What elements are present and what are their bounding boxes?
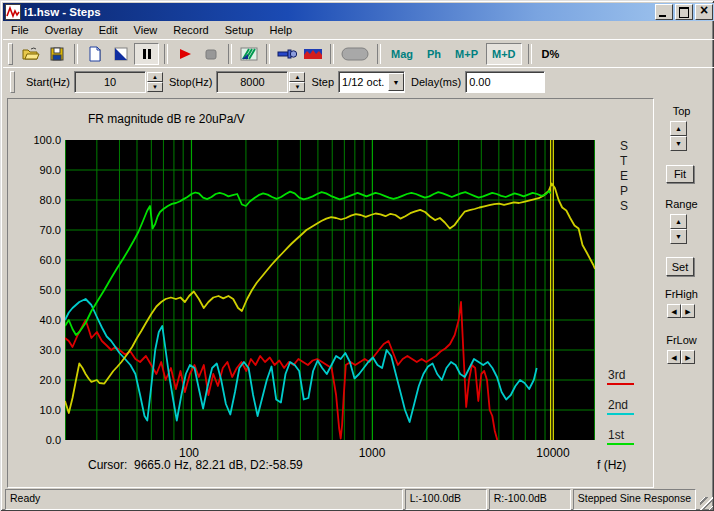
top-label: Top	[652, 105, 711, 117]
y-tick-50: 50.0	[11, 284, 61, 296]
x-axis-unit-label: f (Hz)	[597, 458, 626, 472]
toolbar-separator	[528, 44, 532, 64]
x-tick-10000: 10000	[523, 446, 583, 460]
toolbar-grip	[10, 71, 15, 93]
new-document-icon	[87, 46, 103, 62]
parameter-toolbar: Start(Hz) Stop(Hz) Step 1/12 oct. Delay(…	[3, 67, 714, 96]
range-label: Range	[652, 198, 711, 210]
open-button[interactable]	[18, 43, 43, 65]
oval-button[interactable]	[338, 43, 372, 65]
legend-2nd-label: 2nd	[608, 398, 628, 412]
start-hz-stepper	[147, 72, 163, 92]
cursor-readout: Cursor: 9665.0 Hz, 82.21 dB, D2:-58.59	[88, 458, 303, 472]
frlow-right-icon[interactable]	[681, 350, 695, 364]
analyzer-button[interactable]	[236, 43, 261, 65]
mode-md-button[interactable]: M+D	[486, 43, 522, 65]
mode-mag-button[interactable]: Mag	[385, 43, 419, 65]
steps-logo-letter: S	[620, 139, 628, 153]
resize-grip[interactable]	[700, 497, 713, 510]
frhigh-left-icon[interactable]	[667, 304, 681, 318]
toolbar-separator	[228, 44, 232, 64]
start-hz-label: Start(Hz)	[26, 76, 70, 88]
y-tick-70: 70.0	[11, 224, 61, 236]
oval-icon	[341, 46, 369, 62]
toolbar-grip	[8, 43, 13, 65]
stop-hz-up-icon[interactable]	[289, 72, 305, 82]
open-folder-icon	[22, 46, 40, 62]
frhigh-stepper	[667, 304, 695, 318]
delay-field[interactable]	[465, 71, 545, 93]
mode-indicator: Stepped Sine Response	[573, 489, 696, 510]
legend-1st-swatch	[607, 443, 634, 445]
y-tick-20: 20.0	[11, 374, 61, 386]
frlow-label: FrLow	[652, 334, 711, 346]
toolbar-separator	[330, 44, 334, 64]
top-down-icon[interactable]	[670, 136, 687, 151]
y-tick-80: 80.0	[11, 194, 61, 206]
generator-button[interactable]	[274, 43, 299, 65]
legend-3rd-swatch	[607, 383, 634, 385]
start-hz-down-icon[interactable]	[147, 82, 163, 92]
top-up-icon[interactable]	[670, 121, 687, 136]
start-hz-field[interactable]	[74, 71, 146, 93]
chevron-down-icon[interactable]	[388, 73, 404, 91]
chart-area: FR magnitude dB re 20uPa/V 100.0 90.0 80…	[7, 98, 654, 488]
fit-button[interactable]: Fit	[666, 165, 694, 183]
steps-logo-letter: S	[620, 199, 628, 213]
mode-ph-button[interactable]: Ph	[421, 43, 447, 65]
y-tick-40: 40.0	[11, 314, 61, 326]
menu-view[interactable]: View	[126, 22, 166, 38]
range-down-icon[interactable]	[670, 229, 687, 244]
menu-bar: File Overlay Edit View Record Setup Help	[3, 21, 711, 39]
x-tick-1000: 1000	[342, 446, 402, 460]
menu-help[interactable]: Help	[261, 22, 300, 38]
y-tick-0: 0.0	[11, 434, 61, 446]
y-tick-30: 30.0	[11, 344, 61, 356]
invert-button[interactable]	[108, 43, 133, 65]
generator-mic-icon	[277, 46, 297, 62]
toolbar-separator	[377, 44, 381, 64]
title-bar[interactable]: i1.hsw - Steps	[3, 3, 714, 21]
stop-hz-field[interactable]	[216, 71, 288, 93]
right-level-indicator: R:-100.0dB	[489, 489, 571, 510]
pause-icon	[139, 46, 155, 62]
close-button[interactable]	[695, 4, 713, 20]
stop-hz-stepper	[289, 72, 305, 92]
plot-canvas[interactable]	[65, 140, 595, 440]
frhigh-right-icon[interactable]	[681, 304, 695, 318]
spectrum-button[interactable]	[300, 43, 325, 65]
range-stepper	[670, 214, 687, 244]
set-button[interactable]: Set	[666, 257, 694, 276]
menu-file[interactable]: File	[3, 22, 37, 38]
menu-record[interactable]: Record	[165, 22, 216, 38]
minimize-button[interactable]	[655, 4, 673, 20]
app-window: i1.hsw - Steps File Overlay Edit View Re…	[0, 0, 714, 511]
play-icon	[177, 46, 193, 62]
save-button[interactable]	[44, 43, 69, 65]
status-bar: Ready L:-100.0dB R:-100.0dB Stepped Sine…	[3, 487, 714, 511]
step-select[interactable]: 1/12 oct.	[338, 71, 405, 93]
maximize-button[interactable]	[675, 4, 693, 20]
menu-overlay[interactable]: Overlay	[37, 22, 91, 38]
mode-dpercent-button[interactable]: D%	[536, 43, 566, 65]
menu-setup[interactable]: Setup	[217, 22, 262, 38]
analyzer-icon	[240, 46, 258, 62]
y-tick-100: 100.0	[11, 134, 61, 146]
spectrum-icon	[303, 46, 323, 62]
range-up-icon[interactable]	[670, 214, 687, 229]
menu-edit[interactable]: Edit	[91, 22, 126, 38]
delay-label: Delay(ms)	[411, 76, 461, 88]
start-hz-up-icon[interactable]	[147, 72, 163, 82]
side-panel: Top Fit Range Set FrHigh FrLow	[652, 98, 711, 486]
new-button[interactable]	[82, 43, 107, 65]
save-floppy-icon	[49, 46, 65, 62]
mode-mp-button[interactable]: M+P	[449, 43, 484, 65]
pause-button[interactable]	[134, 43, 159, 65]
start-measurement-button[interactable]	[172, 43, 197, 65]
invert-icon	[113, 46, 129, 62]
stop-hz-down-icon[interactable]	[289, 82, 305, 92]
stop-measurement-button[interactable]	[198, 43, 223, 65]
frlow-left-icon[interactable]	[667, 350, 681, 364]
window-title: i1.hsw - Steps	[24, 6, 653, 18]
main-toolbar: Mag Ph M+P M+D D%	[3, 39, 714, 68]
